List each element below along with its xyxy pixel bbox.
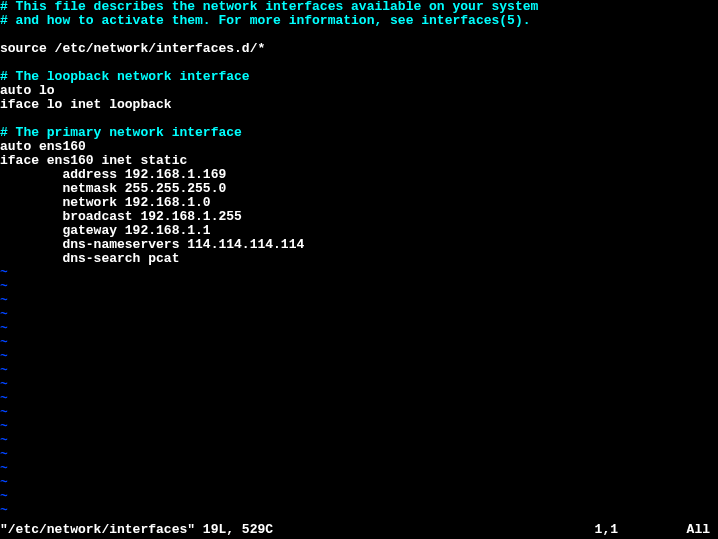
blank-line xyxy=(0,56,718,70)
empty-line-marker: ~ xyxy=(0,294,718,308)
config-line: dns-search pcat xyxy=(0,252,718,266)
empty-line-marker: ~ xyxy=(0,448,718,462)
config-line: dns-nameservers 114.114.114.114 xyxy=(0,238,718,252)
empty-line-marker: ~ xyxy=(0,378,718,392)
comment-line: # and how to activate them. For more inf… xyxy=(0,14,718,28)
editor-content[interactable]: # This file describes the network interf… xyxy=(0,0,718,518)
config-line: netmask 255.255.255.0 xyxy=(0,182,718,196)
empty-line-marker: ~ xyxy=(0,434,718,448)
config-line: iface ens160 inet static xyxy=(0,154,718,168)
config-line: auto lo xyxy=(0,84,718,98)
empty-line-marker: ~ xyxy=(0,420,718,434)
empty-line-marker: ~ xyxy=(0,336,718,350)
empty-line-marker: ~ xyxy=(0,476,718,490)
empty-line-marker: ~ xyxy=(0,490,718,504)
empty-line-marker: ~ xyxy=(0,350,718,364)
config-line: auto ens160 xyxy=(0,140,718,154)
status-scroll: All xyxy=(687,523,710,537)
empty-line-marker: ~ xyxy=(0,266,718,280)
comment-line: # The primary network interface xyxy=(0,126,718,140)
status-cursor-position: 1,1 xyxy=(595,523,618,537)
empty-line-marker: ~ xyxy=(0,392,718,406)
config-line: network 192.168.1.0 xyxy=(0,196,718,210)
status-bar: "/etc/network/interfaces" 19L, 529C 1,1 … xyxy=(0,523,718,537)
empty-line-marker: ~ xyxy=(0,462,718,476)
config-line: iface lo inet loopback xyxy=(0,98,718,112)
status-filename: "/etc/network/interfaces" 19L, 529C xyxy=(0,523,273,537)
empty-line-marker: ~ xyxy=(0,504,718,518)
comment-line: # The loopback network interface xyxy=(0,70,718,84)
blank-line xyxy=(0,112,718,126)
empty-line-marker: ~ xyxy=(0,364,718,378)
empty-line-marker: ~ xyxy=(0,322,718,336)
comment-line: # This file describes the network interf… xyxy=(0,0,718,14)
config-line: gateway 192.168.1.1 xyxy=(0,224,718,238)
config-line: broadcast 192.168.1.255 xyxy=(0,210,718,224)
config-line: source /etc/network/interfaces.d/* xyxy=(0,42,718,56)
config-line: address 192.168.1.169 xyxy=(0,168,718,182)
empty-line-marker: ~ xyxy=(0,280,718,294)
empty-line-marker: ~ xyxy=(0,406,718,420)
empty-line-marker: ~ xyxy=(0,308,718,322)
blank-line xyxy=(0,28,718,42)
